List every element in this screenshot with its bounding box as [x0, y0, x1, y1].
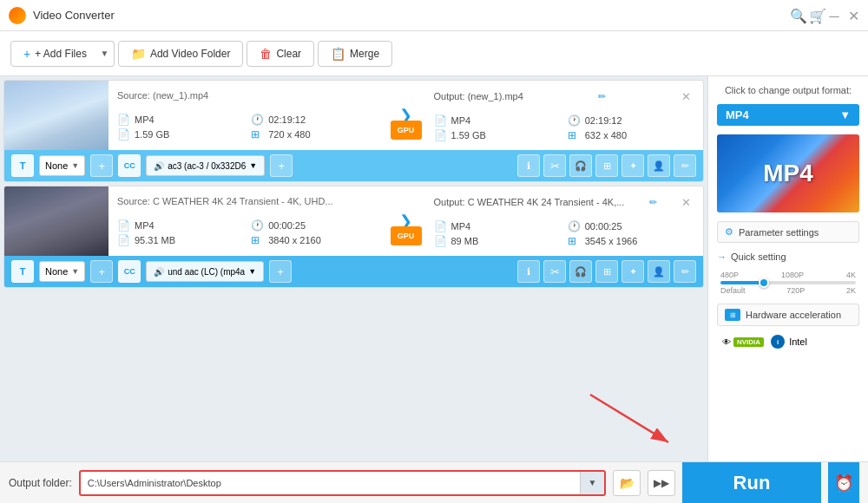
merge-button[interactable]: 📋 Merge [318, 41, 392, 67]
add-audio-btn-2[interactable]: + [269, 260, 292, 283]
nvidia-label: NVIDIA [733, 337, 764, 347]
title-bar: Video Converter 🔍 🛒 ─ ✕ [0, 0, 868, 31]
output-info-2: Output: C WEATHER 4K 24 Transient - 4K,.… [425, 186, 704, 256]
subtitle-type-btn-2[interactable]: T [11, 260, 34, 283]
toolbar: + + Add Files ▼ 📁 Add Video Folder 🗑 Cle… [0, 31, 868, 76]
nvidia-logo: 👁 NVIDIA [722, 337, 764, 347]
edit-btn-2[interactable]: ✏ [674, 260, 696, 283]
clock-icon-2: 🕐 [251, 219, 265, 232]
source-label-1: Source: (new_1).mp4 [117, 90, 208, 101]
app-icon [9, 7, 26, 24]
cut-btn-1[interactable]: ✂ [543, 154, 566, 177]
preview-button[interactable]: ▶▶ [648, 470, 675, 496]
audio-edit-btn-2[interactable]: 🎧 [569, 260, 592, 283]
window-controls: 🔍 🛒 ─ ✕ [790, 10, 859, 22]
file-icon-2: 📄 [117, 234, 131, 246]
subtitle-select-2[interactable]: None ▼ [39, 261, 85, 282]
bottom-bar: Output folder: ▼ 📂 ▶▶ Run ⏰ [0, 461, 868, 503]
out-clock-icon-1: 🕐 [568, 114, 582, 127]
edit-icon-2[interactable]: ✏ [649, 197, 657, 208]
audio-select-1[interactable]: 🔊 ac3 (ac-3 / 0x332D6 ▼ [146, 155, 265, 176]
output-duration-row-1: 🕐 02:19:12 [568, 114, 694, 127]
out-clock-icon-2: 🕐 [568, 220, 582, 232]
edit-icon-1[interactable]: ✏ [598, 91, 606, 102]
clear-button[interactable]: 🗑 Clear [247, 41, 314, 67]
enhance-btn-1[interactable]: ✦ [621, 154, 644, 177]
info-btn-2[interactable]: ℹ [517, 260, 540, 283]
source-header-1: Source: (new_1).mp4 [117, 90, 378, 101]
source-res-row-2: ⊞ 3840 x 2160 [251, 234, 378, 246]
subtitle-type-btn-1[interactable]: T [11, 154, 34, 177]
parameter-settings-button[interactable]: ⚙ Parameter settings [717, 221, 859, 243]
quality-slider-track[interactable] [720, 281, 856, 284]
path-dropdown-button[interactable]: ▼ [580, 472, 604, 494]
run-button[interactable]: Run [682, 462, 821, 504]
output-duration-row-2: 🕐 00:00:25 [568, 220, 694, 232]
logos-row: 👁 NVIDIA i Intel [717, 335, 859, 349]
format-dropdown-icon: ▼ [839, 108, 851, 121]
thumbnail-1 [4, 81, 108, 150]
folder-icon: 📁 [131, 47, 146, 61]
subtitle-select-1[interactable]: None ▼ [39, 155, 85, 176]
person-btn-2[interactable]: 👤 [648, 260, 670, 283]
hardware-acceleration-button[interactable]: ⊞ Hardware acceleration [717, 304, 859, 326]
subtitle-bar-2: T None ▼ + CC 🔊 und aac (LC) (mp4a ▼ + ℹ… [4, 256, 703, 287]
res-icon-2: ⊞ [251, 234, 265, 246]
quality-labels-bottom: Default 720P 2K [720, 286, 856, 295]
add-folder-button[interactable]: 📁 Add Video Folder [118, 41, 244, 67]
info-btn-1[interactable]: ℹ [517, 154, 540, 177]
source-size-row-1: 📄 1.59 GB [117, 128, 244, 140]
crop-btn-2[interactable]: ⊞ [595, 260, 618, 283]
format-hint: Click to change output format: [717, 85, 859, 95]
enhance-btn-2[interactable]: ✦ [621, 260, 644, 283]
out-res-icon-2: ⊞ [568, 235, 582, 247]
output-info-1: Output: (new_1).mp4 ✏ ✕ 📄 MP4 🕐 02:19:12 [425, 81, 704, 150]
search-icon[interactable]: 🔍 [790, 10, 802, 22]
quality-slider-thumb[interactable] [759, 278, 769, 288]
audio-edit-btn-1[interactable]: 🎧 [569, 154, 592, 177]
alarm-button[interactable]: ⏰ [828, 462, 859, 504]
alarm-icon: ⏰ [834, 474, 853, 493]
out-format-icon-1: 📄 [434, 114, 448, 127]
audio-select-2[interactable]: 🔊 und aac (LC) (mp4a ▼ [146, 261, 264, 282]
output-header-2: Output: C WEATHER 4K 24 Transient - 4K,.… [434, 196, 695, 209]
crop-btn-1[interactable]: ⊞ [595, 154, 618, 177]
cc-btn-1[interactable]: CC [118, 154, 141, 177]
edit-btn-1[interactable]: ✏ [674, 154, 696, 177]
close-btn-2[interactable]: ✕ [678, 196, 694, 209]
source-res-row-1: ⊞ 720 x 480 [251, 128, 378, 140]
format-selector[interactable]: MP4 ▼ [717, 104, 859, 126]
person-btn-1[interactable]: 👤 [648, 154, 670, 177]
source-details-2: 📄 MP4 🕐 00:00:25 📄 95.31 MB ⊞ [117, 219, 378, 246]
intel-logo: i Intel [771, 335, 807, 349]
source-info-2: Source: C WEATHER 4K 24 Transient - 4K, … [108, 186, 387, 256]
format-thumbnail: MP4 [717, 134, 859, 212]
close-btn-1[interactable]: ✕ [678, 90, 694, 103]
add-audio-btn-1[interactable]: + [270, 154, 293, 177]
intel-label: i [771, 335, 785, 349]
add-subtitle-btn-1[interactable]: + [90, 154, 113, 177]
close-button[interactable]: ✕ [847, 10, 859, 22]
output-size-row-2: 📄 89 MB [434, 235, 561, 247]
source-duration-row-1: 🕐 02:19:12 [251, 114, 378, 126]
browse-folder-button[interactable]: 📂 [613, 470, 641, 496]
settings-icon: ⚙ [725, 226, 733, 238]
cc-btn-2[interactable]: CC [118, 260, 141, 283]
quick-setting-label: → Quick setting [717, 252, 859, 262]
add-files-button[interactable]: + + Add Files [10, 41, 100, 67]
subtitle-dropdown-icon-2: ▼ [71, 267, 79, 276]
add-files-dropdown[interactable]: ▼ [95, 41, 115, 67]
thumb-inner-1 [4, 81, 108, 150]
output-details-1: 📄 MP4 🕐 02:19:12 📄 1.59 GB ⊞ [434, 114, 695, 141]
file-row-2: Source: C WEATHER 4K 24 Transient - 4K, … [4, 186, 703, 256]
merge-icon: 📋 [331, 47, 345, 61]
add-subtitle-btn-2[interactable]: + [90, 260, 113, 283]
cut-btn-2[interactable]: ✂ [543, 260, 566, 283]
output-path-box: ▼ [79, 470, 606, 496]
file-item-1: Source: (new_1).mp4 📄 MP4 🕐 02:19:12 📄 [3, 80, 704, 182]
output-path-input[interactable] [81, 478, 580, 488]
file-icon-1: 📄 [117, 128, 131, 140]
minimize-button[interactable]: ─ [828, 10, 840, 22]
source-label-2: Source: C WEATHER 4K 24 Transient - 4K, … [117, 196, 333, 206]
cart-icon[interactable]: 🛒 [809, 10, 821, 22]
